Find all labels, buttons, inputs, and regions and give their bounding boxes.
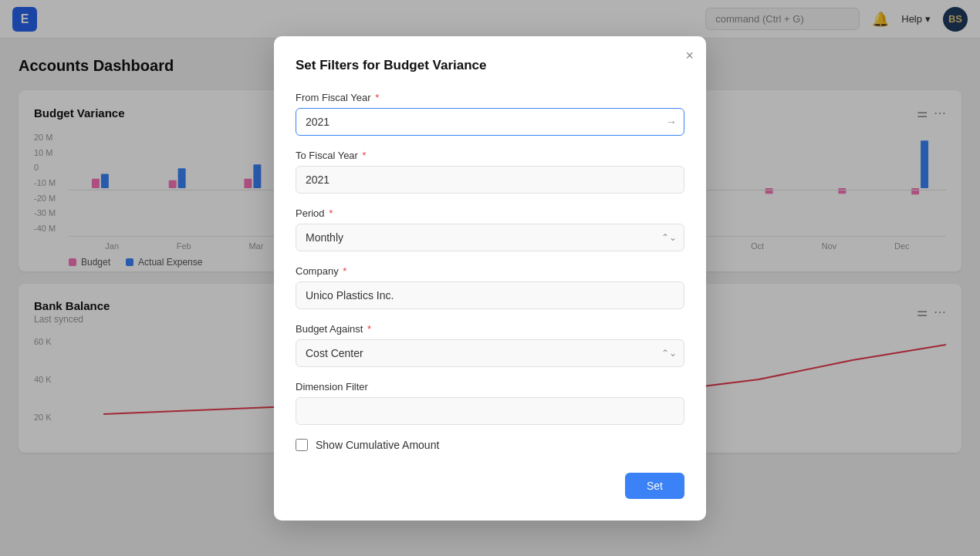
required-indicator-3: * — [329, 207, 333, 219]
dimension-filter-input[interactable] — [296, 397, 684, 425]
company-input[interactable] — [296, 281, 684, 309]
modal-footer: Set — [296, 473, 684, 499]
set-button[interactable]: Set — [625, 473, 684, 499]
show-cumulative-checkbox[interactable] — [296, 439, 308, 451]
dimension-filter-label: Dimension Filter — [296, 381, 684, 393]
period-label: Period * — [296, 207, 684, 219]
to-fiscal-year-group: To Fiscal Year * — [296, 150, 684, 194]
from-fiscal-year-input[interactable] — [296, 108, 684, 136]
from-fiscal-year-label: From Fiscal Year * — [296, 92, 684, 103]
period-group: Period * Monthly Quarterly Yearly ⌃⌄ — [296, 207, 684, 251]
company-label: Company * — [296, 265, 684, 277]
period-select[interactable]: Monthly Quarterly Yearly — [296, 224, 684, 251]
from-fiscal-year-group: From Fiscal Year * → — [296, 92, 684, 136]
required-indicator: * — [375, 92, 379, 103]
budget-against-select[interactable]: Cost Center Project — [296, 339, 684, 367]
modal-title: Set Filters for Budget Variance — [296, 58, 684, 73]
modal-close-button[interactable]: × — [685, 49, 694, 62]
budget-against-label: Budget Against * — [296, 323, 684, 335]
period-select-wrapper: Monthly Quarterly Yearly ⌃⌄ — [296, 224, 684, 251]
required-indicator-5: * — [367, 323, 371, 335]
dimension-filter-group: Dimension Filter — [296, 381, 684, 425]
budget-against-select-wrapper: Cost Center Project ⌃⌄ — [296, 339, 684, 367]
to-fiscal-year-label: To Fiscal Year * — [296, 150, 684, 161]
required-indicator-2: * — [363, 150, 367, 161]
from-fiscal-year-input-wrapper: → — [296, 108, 684, 136]
show-cumulative-label[interactable]: Show Cumulative Amount — [316, 439, 439, 451]
required-indicator-4: * — [343, 265, 346, 277]
input-arrow-icon: → — [666, 116, 677, 128]
budget-against-group: Budget Against * Cost Center Project ⌃⌄ — [296, 323, 684, 367]
modal-overlay: Set Filters for Budget Variance × From F… — [0, 0, 980, 556]
company-group: Company * — [296, 265, 684, 309]
show-cumulative-row: Show Cumulative Amount — [296, 439, 684, 451]
filter-modal: Set Filters for Budget Variance × From F… — [274, 36, 706, 521]
to-fiscal-year-input[interactable] — [296, 166, 684, 194]
